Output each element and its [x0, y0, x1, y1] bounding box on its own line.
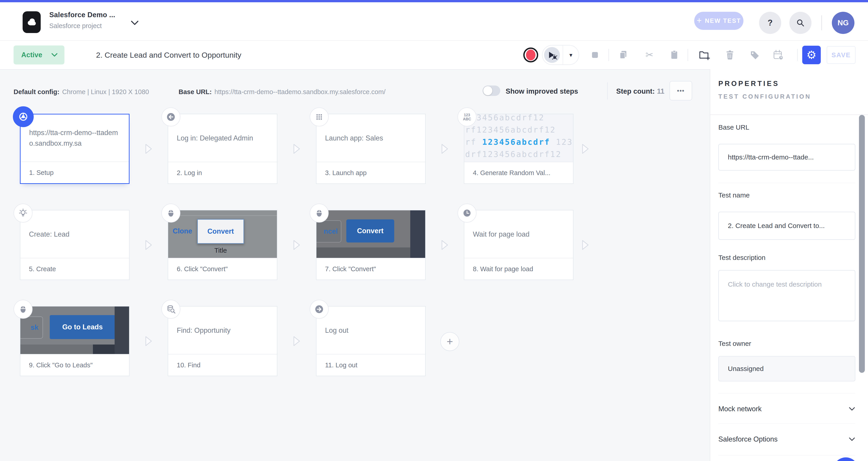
salesforce-options-section[interactable]: Salesforce Options [718, 430, 855, 448]
step-body: Log out [316, 307, 425, 354]
header-divider [822, 16, 822, 30]
step-body: ncelConvert [316, 210, 425, 258]
add-step-button[interactable]: + [440, 332, 459, 351]
mock-network-section[interactable]: Mock network [718, 400, 855, 418]
step-card-3[interactable]: Launch app: Sales3. Launch app [316, 114, 426, 184]
panel-divider [710, 114, 868, 115]
step-caption: 5. Create [20, 258, 129, 280]
search-icon [796, 18, 805, 28]
delete-button[interactable] [722, 48, 737, 62]
search-button[interactable] [789, 12, 811, 34]
panel-scrollbar[interactable] [859, 115, 865, 373]
step-card-2[interactable]: Log in: Delegated Admin2. Log in [168, 114, 277, 184]
base-url-field-label: Base URL [718, 123, 749, 131]
gear-icon: ⚙ [807, 49, 817, 61]
thumbnail-side-label: ncel [316, 220, 341, 242]
random-value-preview: 123456abcdrf12rf123456abcdrf12rf 123456a… [464, 114, 573, 162]
step-card-9[interactable]: skGo to Leads9. Click "Go to Leads" [20, 306, 129, 376]
step-card-1[interactable]: https://tta-crm-demo--ttademo.sandbox.my… [20, 114, 129, 184]
step-caption: 6. Click "Convert" [168, 258, 277, 280]
test-description-field-label: Test description [718, 254, 765, 261]
help-button[interactable]: ? [759, 12, 781, 34]
thumbnail-dark-column [115, 307, 129, 354]
step-card-10[interactable]: Find: Opportunity10. Find [168, 306, 277, 376]
step-title: Log out [325, 325, 416, 336]
connector-arrow-icon [441, 143, 449, 155]
connector-arrow-icon [581, 143, 590, 155]
trash-icon [724, 49, 736, 61]
chrome-icon [13, 106, 34, 127]
thumbnail-primary-button: Go to Leads [50, 315, 115, 339]
test-name-input[interactable]: 2. Create Lead and Convert to... [718, 212, 855, 240]
step-card-8[interactable]: Wait for page load8. Wait for page load [464, 210, 574, 280]
settings-button[interactable]: ⚙ [802, 46, 821, 64]
base-url-input[interactable]: https://tta-crm-demo--ttade... [718, 144, 855, 171]
login-icon [161, 108, 180, 126]
connector-arrow-icon [293, 239, 301, 251]
chevron-down-icon [848, 407, 855, 411]
new-test-label: NEW TEST [705, 18, 741, 24]
save-button[interactable]: SAVE [827, 46, 856, 64]
thumbnail-shade [316, 248, 410, 258]
random-icon: 123ABC [458, 108, 476, 126]
step-caption: 11. Log out [316, 354, 425, 376]
mouse-icon [13, 300, 33, 319]
step-title: Launch app: Sales [325, 133, 416, 143]
mock-network-label: Mock network [718, 405, 762, 413]
field-divider [718, 183, 855, 183]
thumbnail-highlighted-button: Convert [197, 219, 244, 244]
find-icon [161, 300, 180, 319]
step-body: https://tta-crm-demo--ttademo.sandbox.my… [21, 114, 129, 162]
connector-arrow-icon [581, 239, 590, 251]
label-button[interactable] [747, 48, 762, 62]
step-body: Create: Lead [20, 210, 129, 258]
clock-icon [458, 204, 476, 223]
step-caption: 4. Generate Random Val... [464, 162, 573, 183]
thumbnail-primary-button: Convert [346, 220, 394, 242]
thumbnail-dark-corner [93, 345, 115, 354]
test-description-input[interactable]: Click to change test description [718, 270, 855, 321]
test-owner-field-label: Test owner [718, 340, 751, 347]
connector-arrow-icon [293, 143, 301, 155]
step-caption: 8. Wait for page load [464, 258, 573, 280]
svg-text:123: 123 [464, 113, 470, 117]
step-caption: 7. Click "Convert" [316, 258, 425, 280]
thumbnail-below-label: Title [197, 247, 244, 254]
step-card-11[interactable]: Log out11. Log out [316, 306, 426, 376]
step-title: Log in: Delegated Admin [177, 133, 268, 143]
thumbnail-side-label: sk [20, 316, 43, 339]
user-avatar[interactable]: NG [832, 12, 855, 34]
connector-arrow-icon [293, 335, 301, 347]
step-card-7[interactable]: ncelConvert7. Click "Convert" [316, 210, 426, 280]
chevron-down-icon [848, 437, 855, 441]
panel-heading: PROPERTIES [718, 80, 779, 88]
step-caption: 3. Launch app [316, 162, 425, 183]
step-thumbnail: CloneConvertTitle [168, 210, 277, 258]
step-caption: 10. Find [168, 354, 277, 376]
schedule-button[interactable] [771, 48, 786, 62]
step-thumbnail: ncelConvert [316, 210, 425, 258]
apps-icon [310, 108, 329, 126]
step-body: Launch app: Sales [316, 114, 425, 162]
step-body: CloneConvertTitle [168, 210, 277, 258]
step-body: Wait for page load [464, 210, 573, 258]
test-owner-input[interactable]: Unassigned [718, 356, 855, 381]
svg-text:ABC: ABC [463, 117, 471, 121]
step-caption: 9. Click "Go to Leads" [20, 354, 129, 376]
step-body: Find: Opportunity [168, 307, 277, 354]
step-card-5[interactable]: Create: Lead5. Create [20, 210, 129, 280]
step-body: Log in: Delegated Admin [168, 114, 277, 162]
idea-icon [13, 204, 33, 223]
help-icon: ? [768, 18, 773, 28]
test-name-field-label: Test name [718, 191, 749, 199]
panel-subheading: TEST CONFIGURATION [718, 93, 811, 100]
step-card-6[interactable]: CloneConvertTitle6. Click "Convert" [168, 210, 277, 280]
thumbnail-dark-column [410, 210, 425, 258]
step-title: Create: Lead [29, 229, 121, 239]
properties-panel: PROPERTIES TEST CONFIGURATION Base URL h… [710, 69, 868, 461]
step-title: Find: Opportunity [177, 325, 268, 336]
step-card-4[interactable]: 123ABC123456abcdrf12rf123456abcdrf12rf 1… [464, 114, 574, 184]
step-body: skGo to Leads [20, 307, 129, 354]
step-body: 123456abcdrf12rf123456abcdrf12rf 123456a… [464, 114, 573, 162]
step-thumbnail: skGo to Leads [20, 307, 129, 354]
